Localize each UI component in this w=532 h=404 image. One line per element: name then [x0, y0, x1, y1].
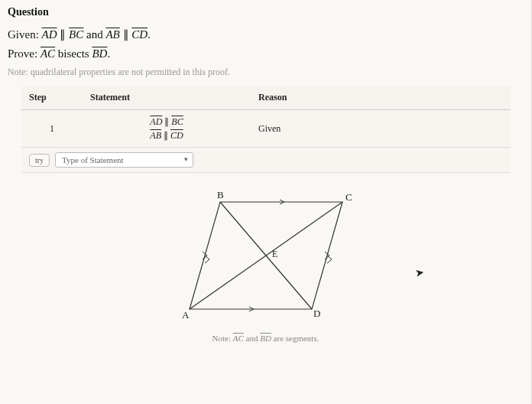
- footnote-and: and: [244, 334, 260, 343]
- parallel-symbol: ∥: [162, 116, 171, 127]
- parallel-symbol: ∥: [161, 130, 170, 141]
- parallel-symbol: ∥: [120, 28, 132, 41]
- given-prefix: Given:: [8, 28, 42, 41]
- vertex-label-c: C: [345, 191, 352, 203]
- restriction-note: Note: quadrilateral properties are not p…: [8, 67, 524, 78]
- prove-prefix: Prove:: [8, 47, 41, 60]
- diagram: B C D A E: [8, 187, 524, 327]
- period: .: [148, 28, 151, 41]
- header-reason: Reason: [251, 86, 511, 110]
- and-text: and: [83, 28, 105, 41]
- segment-ad: AD: [42, 28, 57, 41]
- segment-cd: CD: [170, 130, 183, 141]
- vertex-label-b: B: [217, 189, 224, 200]
- diagonal-bd: [220, 202, 312, 309]
- segment-ad: AD: [150, 116, 162, 127]
- given-line: Given: AD ∥ BC and AB ∥ CD.: [8, 28, 524, 41]
- period: .: [107, 47, 110, 60]
- vertex-label-d: D: [313, 308, 320, 319]
- statement-type-select[interactable]: Type of Statement: [55, 152, 193, 168]
- proof-table: Step Statement Reason 1 AD ∥ BC AB ∥ CD …: [21, 86, 511, 173]
- page: Question Given: AD ∥ BC and AB ∥ CD. Pro…: [0, 0, 532, 404]
- question-heading: Question: [8, 6, 524, 18]
- bisects-text: bisects: [55, 47, 92, 60]
- step-number: 1: [21, 110, 83, 148]
- segment-bc: BC: [69, 28, 83, 41]
- segment-ac: AC: [41, 47, 55, 60]
- footnote-suffix: are segments.: [271, 334, 320, 343]
- segment-bd: BD: [92, 47, 107, 60]
- segment-ab: AB: [150, 130, 161, 141]
- segment-bc: BC: [171, 116, 183, 127]
- header-statement: Statement: [83, 86, 251, 110]
- diagram-footnote: Note: AC and BD are segments.: [8, 334, 524, 343]
- table-header-row: Step Statement Reason: [21, 86, 511, 110]
- prove-line: Prove: AC bisects BD.: [8, 47, 524, 60]
- vertex-label-a: A: [182, 309, 190, 321]
- segment-cd: CD: [131, 28, 148, 41]
- parallelogram-figure: B C D A E: [167, 187, 365, 324]
- reason-cell: Given: [251, 110, 511, 148]
- footnote-prefix: Note:: [212, 334, 233, 343]
- parallel-symbol: ∥: [57, 28, 70, 41]
- segment-ac: AC: [233, 334, 244, 343]
- statement-cell: AD ∥ BC AB ∥ CD: [83, 110, 251, 148]
- header-step: Step: [21, 86, 83, 110]
- input-row: try Type of Statement: [21, 148, 511, 173]
- segment-ab: AB: [105, 28, 119, 41]
- try-button[interactable]: try: [29, 154, 50, 167]
- segment-bd: BD: [260, 334, 271, 343]
- vertex-label-e: E: [272, 249, 277, 259]
- table-row: 1 AD ∥ BC AB ∥ CD Given: [21, 110, 511, 148]
